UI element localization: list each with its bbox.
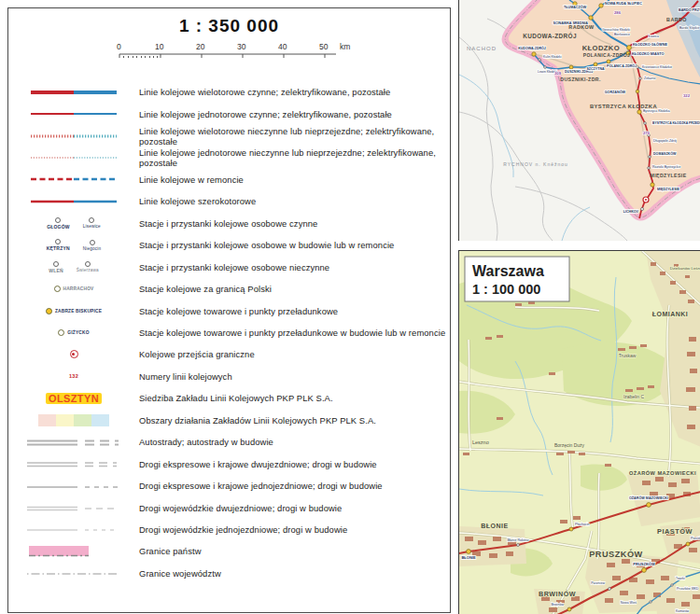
svg-text:POLANICA-ZDRÓJ: POLANICA-ZDRÓJ xyxy=(607,63,637,68)
voivodeship-dual-symbol xyxy=(8,501,139,514)
svg-text:KŁODZKO: KŁODZKO xyxy=(582,44,620,52)
svg-text:NOWA RUDA SŁUPIEC: NOWA RUDA SŁUPIEC xyxy=(605,2,642,6)
svg-text:286: 286 xyxy=(614,10,622,15)
legend-row-stations-foreign: HARRACHOV Stacje kolejowe za granicą Pol… xyxy=(8,278,450,300)
stations-construction-symbol: KĘTRZYN Niegocin xyxy=(8,239,139,251)
svg-text:POLANICA-ZDRÓJ: POLANICA-ZDRÓJ xyxy=(583,51,630,58)
legend-row-motorways: Autostrady; autostrady w budowie xyxy=(8,431,450,453)
svg-text:Nowa Wieś: Nowa Wieś xyxy=(621,601,637,605)
svg-text:Długopole-Zdrój: Długopole-Zdrój xyxy=(653,139,677,143)
svg-text:KŁODZKO GŁÓWNE: KŁODZKO GŁÓWNE xyxy=(633,42,667,47)
map-klodzko-region: NACHOD RYCHNOV n. Kněžnou KUDOWA-ZDRÓJ R… xyxy=(458,0,700,241)
rail-multitrack-closed-symbol xyxy=(8,130,139,143)
svg-text:Dziekanów Leśny: Dziekanów Leśny xyxy=(670,266,700,271)
svg-text:OŻARÓW MAZOWIECKI: OŻARÓW MAZOWIECKI xyxy=(629,495,668,500)
svg-text:BYSTRZYCA KŁODZKA PRZEDMIEŚCIE: BYSTRZYCA KŁODZKA PRZEDMIEŚCIE xyxy=(652,120,700,125)
svg-text:Brwinów: Brwinów xyxy=(551,603,564,607)
svg-text:Izabelin C: Izabelin C xyxy=(623,394,645,399)
svg-text:KUDOWA-ZDRÓJ: KUDOWA-ZDRÓJ xyxy=(518,46,546,50)
rail-renovation-symbol xyxy=(8,173,139,186)
svg-text:Bardo Śląskie: Bardo Śląskie xyxy=(679,25,700,30)
svg-text:RYCHNOV n. Kněžnou: RYCHNOV n. Kněžnou xyxy=(503,161,568,167)
svg-text:10: 10 xyxy=(155,42,164,51)
svg-text:20: 20 xyxy=(196,42,205,51)
warszawa-title-box: Warszawa 1 : 100 000 xyxy=(465,257,569,301)
svg-text:Parzniew: Parzniew xyxy=(591,581,605,585)
svg-text:Bystrzyca Kłodzka: Bystrzyca Kłodzka xyxy=(643,109,670,113)
svg-text:1 : 100 000: 1 : 100 000 xyxy=(472,282,540,297)
express-single-symbol xyxy=(8,480,139,493)
border-crossing-icon xyxy=(8,350,139,358)
svg-text:Borzęcin Duży: Borzęcin Duży xyxy=(554,442,585,448)
legend-row-stations-freight: ZABRZE BISKUPICE Stacje kolejowe towarow… xyxy=(8,300,450,321)
svg-text:KUDOWA-ZDRÓJ: KUDOWA-ZDRÓJ xyxy=(523,32,577,39)
svg-text:DUSZNIKI-ZDR.: DUSZNIKI-ZDR. xyxy=(560,77,601,82)
svg-text:322: 322 xyxy=(683,93,691,98)
svg-text:Żelazno: Żelazno xyxy=(644,76,656,80)
voivodeship-single-symbol xyxy=(8,523,139,536)
rail-singletrack-active-symbol xyxy=(8,107,139,120)
svg-text:MIĘDZYLESIE: MIĘDZYLESIE xyxy=(657,188,680,191)
svg-text:GORZANÓW: GORZANÓW xyxy=(605,90,626,94)
svg-text:TŁUMACZÓW: TŁUMACZÓW xyxy=(564,5,587,9)
legend-row-voivodeship-single: Drogi wojewódzkie jednojezdniowe; drogi … xyxy=(8,519,450,540)
svg-text:BRWINÓW: BRWINÓW xyxy=(539,590,576,598)
svg-text:PIASTÓW: PIASTÓW xyxy=(657,527,693,536)
svg-text:BŁONIE: BŁONIE xyxy=(481,523,508,529)
svg-text:50: 50 xyxy=(319,42,329,51)
legend-rows: Linie kolejowe wielotorowe czynne; zelek… xyxy=(8,81,450,584)
stations-foreign-symbol: HARRACHOV xyxy=(8,286,139,292)
svg-text:KŁODZKO MIASTO: KŁODZKO MIASTO xyxy=(632,52,665,56)
svg-text:30: 30 xyxy=(237,42,246,51)
svg-text:276: 276 xyxy=(643,131,651,135)
svg-text:Krosnowice Kłodzkie: Krosnowice Kłodzkie xyxy=(642,65,672,69)
map-warszawa-inset: Dziekanów Leśny ŁOMIANKI Truskaw Izabeli… xyxy=(458,250,700,614)
legend-row-stations-active: GŁOGÓW Lisewice Stacje i przystanki kole… xyxy=(8,213,450,234)
svg-text:BŁONIE: BŁONIE xyxy=(461,555,475,560)
map-legend-page: 1 : 350 000 0 10 20 30 40 50 km L xyxy=(0,0,700,614)
svg-text:SZCZYTNA: SZCZYTNA xyxy=(586,67,605,71)
legend-panel: 1 : 350 000 0 10 20 30 40 50 km L xyxy=(7,7,451,613)
svg-text:309: 309 xyxy=(554,71,562,76)
stations-active-symbol: GŁOGÓW Lisewice xyxy=(8,217,139,230)
rail-singletrack-closed-symbol xyxy=(8,151,139,164)
hq-sample: OLSZTYN xyxy=(8,393,139,404)
legend-row-stations-closed: WLEŃ Świerzawa Stacje i przystanki kolej… xyxy=(8,257,450,278)
svg-text:Roztoki Bystrzyckie: Roztoki Bystrzyckie xyxy=(652,165,680,169)
motorway-symbol xyxy=(8,436,139,449)
legend-row-singletrack-active: Linie kolejowe jednotorowe czynne; zelek… xyxy=(8,103,450,124)
svg-text:NACHOD: NACHOD xyxy=(467,46,497,51)
scale-bar: 0 10 20 30 40 50 km xyxy=(106,38,368,63)
scale-title: 1 : 350 000 xyxy=(8,16,450,36)
legend-row-state-borders: Granice państw xyxy=(8,540,450,562)
svg-text:0: 0 xyxy=(117,42,121,51)
svg-text:40: 40 xyxy=(278,42,287,51)
svg-text:Bierkowice: Bierkowice xyxy=(614,33,630,36)
rail-broadgauge-symbol xyxy=(8,195,139,208)
svg-text:Ławica: Ławica xyxy=(649,35,659,38)
svg-text:Truskaw: Truskaw xyxy=(619,353,637,358)
legend-row-stations-construction: KĘTRZYN Niegocin Stacje i przystanki kol… xyxy=(8,234,450,256)
legend-row-singletrack-closed: Linie kolejowe jednotorowe nieczynne lub… xyxy=(8,147,450,168)
legend-row-renovation: Linie kolejowe w remoncie xyxy=(8,169,450,190)
legend-row-stations-freight-construction: GIŻYCKO Stacje kolejowe towarowe i punkt… xyxy=(8,322,450,343)
svg-text:ŚCINAWKA ŚREDNIA: ŚCINAWKA ŚREDNIA xyxy=(553,21,588,25)
svg-text:ŁOMIANKI: ŁOMIANKI xyxy=(652,311,689,317)
line-number-sample: 132 xyxy=(8,373,139,379)
svg-text:Kulin Kłodzki: Kulin Kłodzki xyxy=(543,55,562,59)
svg-text:Tworki: Tworki xyxy=(676,577,685,580)
legend-row-express-dual: Drogi ekspresowe i krajowe dwujezdniowe;… xyxy=(8,453,450,474)
svg-text:Warszawa: Warszawa xyxy=(472,263,544,279)
legend-row-border-crossings: Kolejowe przejścia graniczne xyxy=(8,343,450,365)
legend-row-multitrack-active: Linie kolejowe wielotorowe czynne; zelek… xyxy=(8,81,450,103)
svg-text:Pruszków WKD: Pruszków WKD xyxy=(677,587,699,591)
svg-text:Błonie Rokitno: Błonie Rokitno xyxy=(507,538,528,542)
voivodeship-border-symbol xyxy=(8,566,139,579)
legend-row-areas: Obszary działania Zakładów Linii Kolejow… xyxy=(8,410,450,431)
area-color-patches xyxy=(8,414,139,426)
svg-text:PRUSZKÓW: PRUSZKÓW xyxy=(633,562,655,566)
rail-multitrack-active-symbol xyxy=(8,86,139,99)
legend-row-voivodeship-borders: Granice województw xyxy=(8,563,450,584)
legend-row-express-single: Drogi ekspresowe i krajowe jednojezdniow… xyxy=(8,475,450,496)
svg-text:BARDO PRZYŁĘK: BARDO PRZYŁĘK xyxy=(679,8,700,12)
